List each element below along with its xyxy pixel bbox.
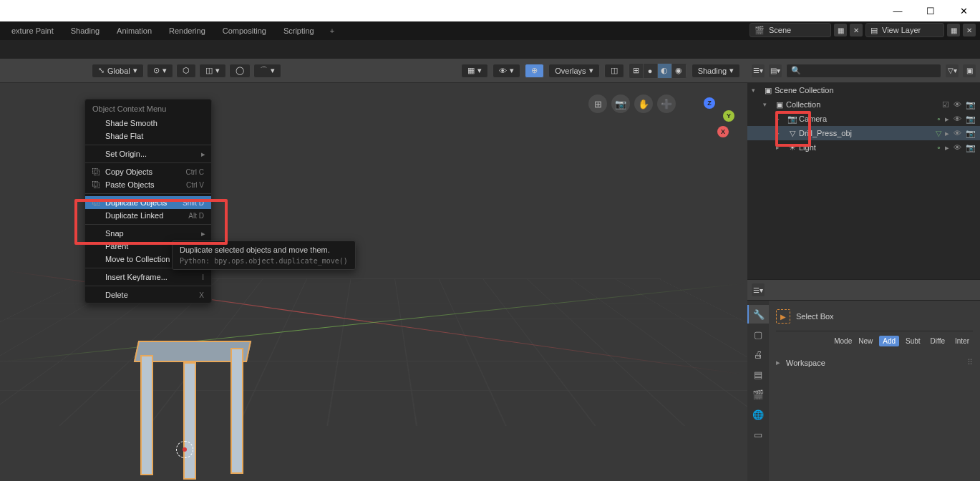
workspace-panel[interactable]: ▸ Workspace ⠿ xyxy=(776,354,973,371)
shading-rendered[interactable]: ◉ xyxy=(672,64,687,78)
xray-toggle[interactable]: ◫ xyxy=(604,64,624,78)
chevron-right-icon: ▸ xyxy=(776,358,786,367)
mode-difference[interactable]: Diffe xyxy=(927,336,949,346)
menu-item-set-origin[interactable]: Set Origin...▸ xyxy=(85,147,211,160)
tab-render[interactable]: ▢ xyxy=(747,325,769,344)
menu-item-paste-objects[interactable]: ⿻Paste ObjectsCtrl V xyxy=(85,178,211,191)
3d-cursor[interactable] xyxy=(176,441,193,458)
close-button[interactable]: ✕ xyxy=(947,0,980,21)
selectable-toggle[interactable]: ▸ xyxy=(945,129,949,138)
panel-options-icon[interactable]: ⠿ xyxy=(967,358,973,367)
tab-animation[interactable]: Animation xyxy=(108,24,160,38)
proportional-toggle[interactable]: ◯ xyxy=(229,64,251,78)
mode-intersect[interactable]: Inter xyxy=(951,336,973,346)
expand-icon[interactable]: ▾ xyxy=(752,87,762,94)
gizmo-y-axis[interactable]: Y xyxy=(723,110,734,122)
menu-item-duplicate-objects[interactable]: ⿻Duplicate ObjectsShift D xyxy=(85,196,211,209)
mode-add[interactable]: Add xyxy=(879,336,899,346)
shading-material[interactable]: ◐ xyxy=(658,64,672,78)
expand-icon[interactable]: ▸ xyxy=(776,115,786,122)
tree-item-camera[interactable]: ▸📷Camera∘▸👁📷 xyxy=(747,112,980,126)
perspective-button[interactable]: ➕ xyxy=(657,94,676,113)
hide-toggle[interactable]: 👁 xyxy=(954,100,961,110)
snap-toggle[interactable]: ⬡ xyxy=(176,64,196,78)
menu-item-shade-smooth[interactable]: Shade Smooth xyxy=(85,117,211,130)
pivot-dropdown[interactable]: ⊙▾ xyxy=(147,64,173,78)
right-sidebar: ☰▾ ▤▾ 🔍 ▽▾ ▣ ▾ ▣ Scene Collection ▾ ▣ Co… xyxy=(747,59,980,481)
zoom-button[interactable]: ⊞ xyxy=(588,94,607,113)
disable-toggle[interactable]: 📷 xyxy=(966,100,976,110)
minimize-button[interactable]: — xyxy=(881,0,914,21)
scene-selector[interactable]: 🎬 xyxy=(749,23,831,37)
menu-separator xyxy=(85,193,211,194)
selectable-toggle[interactable]: ▸ xyxy=(945,143,949,152)
orientation-gizmo[interactable]: Z Y X xyxy=(684,97,734,147)
expand-icon[interactable]: ▸ xyxy=(776,130,786,137)
tab-texture-paint[interactable]: exture Paint xyxy=(3,24,62,38)
selectable-toggle[interactable]: ▸ xyxy=(945,115,949,124)
outliner-new-collection[interactable]: ▣ xyxy=(963,64,976,77)
hide-toggle[interactable]: 👁 xyxy=(954,115,961,124)
gizmo-x-axis[interactable]: X xyxy=(717,126,729,137)
tab-viewlayer[interactable]: ▤ xyxy=(747,365,769,384)
disable-toggle[interactable]: 📷 xyxy=(966,129,976,138)
outliner-search-input[interactable] xyxy=(804,67,936,75)
menu-item-delete[interactable]: DeleteX xyxy=(85,288,211,301)
menu-item-insert-keyframe[interactable]: Insert Keyframe...I xyxy=(85,271,211,283)
tab-compositing[interactable]: Compositing xyxy=(214,24,275,38)
camera-view-button[interactable]: 📷 xyxy=(611,94,630,113)
tab-scripting[interactable]: Scripting xyxy=(275,24,323,38)
tab-tool[interactable]: 🔧 xyxy=(747,305,769,324)
editor-type-dropdown[interactable]: ▦▾ xyxy=(461,64,488,78)
snap-dropdown[interactable]: ◫▾ xyxy=(199,64,226,78)
viewlayer-delete-button[interactable]: ✕ xyxy=(963,24,976,37)
expand-icon[interactable]: ▾ xyxy=(763,101,773,108)
properties-type-dropdown[interactable]: ☰▾ xyxy=(752,283,765,296)
tree-item-light[interactable]: ▸☀Light∘▸👁📷 xyxy=(747,140,980,155)
visibility-dropdown[interactable]: 👁▾ xyxy=(493,64,520,78)
disable-toggle[interactable]: 📷 xyxy=(966,143,976,152)
menu-item-snap[interactable]: Snap▸ xyxy=(85,227,211,240)
scene-name-input[interactable] xyxy=(769,26,826,34)
tree-scene-collection[interactable]: ▾ ▣ Scene Collection xyxy=(747,83,980,97)
gizmo-z-axis[interactable]: Z xyxy=(704,97,715,109)
gizmo-toggle[interactable]: ⊕ xyxy=(525,64,544,78)
tab-object[interactable]: ▭ xyxy=(747,425,769,444)
shading-dropdown[interactable]: Shading ▾ xyxy=(692,64,740,78)
disable-toggle[interactable]: 📷 xyxy=(966,115,976,124)
pan-button[interactable]: ✋ xyxy=(634,94,653,113)
tree-item-drill-press-obj[interactable]: ▸▽Drill_Press_obj▽▸👁📷 xyxy=(747,126,980,140)
shading-solid[interactable]: ● xyxy=(644,64,658,78)
scene-delete-button[interactable]: ✕ xyxy=(850,24,863,37)
outliner-display-mode[interactable]: ☰▾ xyxy=(752,64,765,77)
orientation-dropdown[interactable]: ⤡ Global ▾ xyxy=(92,64,144,78)
tab-shading[interactable]: Shading xyxy=(62,24,108,38)
tab-output[interactable]: 🖨 xyxy=(747,345,769,364)
viewlayer-name-input[interactable] xyxy=(882,26,939,34)
tree-collection[interactable]: ▾ ▣ Collection ☑ 👁 📷 xyxy=(747,97,980,112)
viewlayer-selector[interactable]: ▤ xyxy=(865,23,944,37)
outliner-filter-button[interactable]: ▽▾ xyxy=(946,64,959,77)
shading-wireframe[interactable]: ⊞ xyxy=(629,64,644,78)
proportional-dropdown[interactable]: ⌒▾ xyxy=(253,64,281,78)
scene-browse-button[interactable]: ▦ xyxy=(834,24,847,37)
mode-new[interactable]: New xyxy=(855,336,876,346)
menu-item-copy-objects[interactable]: ⿻Copy ObjectsCtrl C xyxy=(85,165,211,178)
exclude-toggle[interactable]: ☑ xyxy=(942,100,949,110)
tab-rendering[interactable]: Rendering xyxy=(160,24,214,38)
menu-item-duplicate-linked[interactable]: Duplicate LinkedAlt D xyxy=(85,209,211,222)
chevron-down-icon: ▾ xyxy=(271,66,275,75)
menu-item-shade-flat[interactable]: Shade Flat xyxy=(85,130,211,142)
outliner-search[interactable]: 🔍 xyxy=(786,64,941,78)
maximize-button[interactable]: ☐ xyxy=(914,0,947,21)
outliner-view-dropdown[interactable]: ▤▾ xyxy=(769,64,782,77)
hide-toggle[interactable]: 👁 xyxy=(954,129,961,138)
mode-subtract[interactable]: Subt xyxy=(902,336,924,346)
add-workspace-button[interactable]: + xyxy=(323,24,341,38)
overlays-dropdown[interactable]: Overlays ▾ xyxy=(548,64,599,78)
viewlayer-browse-button[interactable]: ▦ xyxy=(947,24,960,37)
tab-scene[interactable]: 🎬 xyxy=(747,385,769,404)
tab-world[interactable]: 🌐 xyxy=(747,405,769,424)
hide-toggle[interactable]: 👁 xyxy=(954,143,961,152)
expand-icon[interactable]: ▸ xyxy=(776,144,786,151)
